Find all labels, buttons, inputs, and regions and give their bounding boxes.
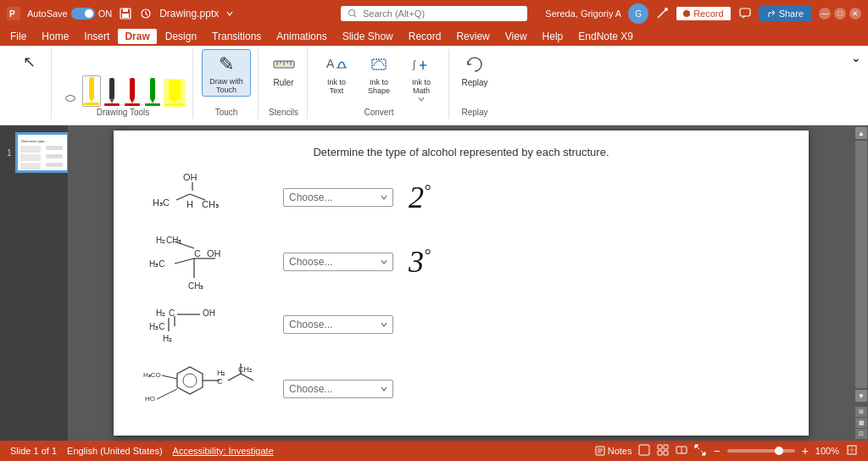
svg-point-55	[183, 374, 197, 387]
search-input[interactable]	[363, 8, 507, 19]
ink-icon[interactable]	[655, 7, 669, 20]
pen-red[interactable]	[103, 77, 121, 107]
zoom-level[interactable]: 100%	[815, 446, 839, 456]
scroll-track[interactable]	[855, 141, 867, 388]
svg-text:OH: OH	[207, 248, 221, 258]
menu-animations[interactable]: Animations	[270, 29, 333, 44]
dropdown-4[interactable]: Choose...	[283, 380, 393, 398]
menu-file[interactable]: File	[3, 29, 33, 44]
menu-design[interactable]: Design	[159, 29, 203, 44]
svg-text:H₃C: H₃C	[153, 197, 170, 208]
menu-endnote[interactable]: EndNote X9	[571, 29, 640, 44]
menu-view[interactable]: View	[498, 29, 534, 44]
search-box[interactable]	[341, 6, 527, 21]
file-name[interactable]: Drawing.pptx	[159, 8, 219, 19]
svg-line-45	[175, 242, 194, 248]
svg-text:C: C	[194, 248, 201, 258]
svg-text:H₂: H₂	[156, 236, 165, 245]
svg-point-8	[665, 8, 668, 11]
zoom-out-button[interactable]: −	[713, 444, 720, 458]
view-expand-button[interactable]: ⊞	[855, 407, 867, 417]
svg-rect-75	[664, 451, 668, 455]
menu-home[interactable]: Home	[35, 29, 75, 44]
accessibility[interactable]: Accessibility: Investigate	[173, 446, 274, 456]
record-button[interactable]: Record	[676, 6, 731, 21]
pen-red2[interactable]	[123, 77, 142, 107]
comment-icon[interactable]	[738, 7, 752, 20]
svg-text:C: C	[169, 308, 175, 318]
svg-text:H: H	[186, 199, 193, 209]
minimize-button[interactable]: —	[819, 8, 831, 19]
restore-button[interactable]: □	[834, 8, 846, 19]
ribbon-group-pens: ⬭	[53, 49, 193, 119]
fit-slide-button[interactable]	[846, 444, 858, 458]
row-1: OH H₃C H CH₃ Choose...	[114, 167, 809, 228]
touch-icon: ✎	[219, 53, 234, 75]
pointer-tool-button[interactable]: ↖	[14, 49, 44, 73]
share-button[interactable]: Share	[759, 6, 812, 21]
zoom-slider[interactable]	[727, 449, 795, 453]
view-grid-button[interactable]: ▦	[855, 418, 867, 428]
stencils-label: Stencils	[260, 108, 307, 117]
menu-help[interactable]: Help	[536, 29, 570, 44]
molecule-2: H₂ CH₃ C OH H₃C CH₃	[139, 231, 275, 292]
close-button[interactable]: ✕	[849, 8, 861, 19]
lasso-button[interactable]: ⬭	[60, 89, 81, 107]
normal-view-button[interactable]	[638, 444, 650, 458]
slide-number: 1	[7, 148, 12, 158]
scroll-up-button[interactable]: ▲	[855, 127, 867, 139]
fullscreen-icon	[694, 444, 706, 456]
history-icon[interactable]	[139, 7, 153, 20]
svg-point-6	[349, 10, 355, 16]
zoom-in-button[interactable]: +	[802, 444, 809, 458]
ruler-label: Ruler	[274, 78, 294, 87]
ink-text-icon: A	[325, 53, 348, 76]
ribbon-expand-button[interactable]: ⌄	[851, 51, 861, 64]
save-icon[interactable]	[119, 7, 132, 20]
svg-rect-4	[122, 14, 129, 18]
reading-view-button[interactable]	[676, 444, 687, 458]
fit-button[interactable]: ⊡	[855, 429, 867, 439]
chevron-down-icon[interactable]	[225, 9, 234, 18]
slide-thumb-svg: Determine type...	[17, 134, 68, 171]
notes-icon	[595, 446, 605, 456]
ribbon-tools-items: ↖	[14, 49, 44, 119]
dropdown-3[interactable]: Choose...	[283, 315, 393, 334]
scroll-down-button[interactable]: ▼	[855, 390, 867, 402]
menu-record[interactable]: Record	[402, 29, 448, 44]
dropdown-1-label: Choose...	[289, 192, 332, 203]
notes-button[interactable]: Notes	[595, 446, 632, 456]
menu-transitions[interactable]: Transitions	[205, 29, 268, 44]
pen-yellow[interactable]	[82, 75, 101, 107]
ribbon-group-convert: A Ink to Text Ink to Shape ∫	[309, 49, 449, 119]
window-controls: — □ ✕	[819, 8, 861, 19]
user-avatar[interactable]: G	[628, 3, 648, 24]
dropdown-4-label: Choose...	[289, 383, 332, 395]
ink-to-math-button[interactable]: ∫ Ink to Math	[401, 49, 442, 103]
ribbon-expand[interactable]: ⌄	[851, 49, 861, 64]
draw-with-touch-button[interactable]: ✎ Draw with Touch	[202, 49, 251, 97]
ink-replay-button[interactable]: Replay	[458, 49, 491, 89]
menu-slideshow[interactable]: Slide Show	[336, 29, 400, 44]
ruler-button[interactable]: Ruler	[269, 49, 299, 89]
autosave-toggle[interactable]	[71, 8, 95, 19]
right-scrollbar[interactable]: ▲ ▼ ⊞ ▦ ⊡	[854, 125, 868, 441]
svg-line-59	[157, 389, 177, 399]
ink-to-text-button[interactable]: A Ink to Text	[316, 49, 357, 97]
menu-insert[interactable]: Insert	[77, 29, 116, 44]
dropdown-1[interactable]: Choose...	[283, 188, 393, 207]
ink-to-shape-button[interactable]: Ink to Shape	[359, 49, 399, 97]
fullscreen-button[interactable]	[694, 444, 706, 458]
pen-green[interactable]	[143, 77, 162, 107]
slide-thumbnail[interactable]: Determine type...	[15, 132, 70, 173]
ink-shape-label: Ink to Shape	[362, 78, 396, 95]
svg-line-41	[175, 258, 194, 264]
replay-label: Replay	[461, 78, 487, 87]
ink-shape-icon	[367, 53, 391, 76]
slide-sorter-button[interactable]	[657, 444, 669, 458]
dropdown-2[interactable]: Choose...	[283, 253, 393, 271]
menu-review[interactable]: Review	[449, 29, 496, 44]
user-name: Sereda, Grigoriy A	[545, 8, 621, 19]
menu-draw[interactable]: Draw	[118, 29, 156, 44]
pen-highlighter[interactable]	[164, 79, 186, 107]
